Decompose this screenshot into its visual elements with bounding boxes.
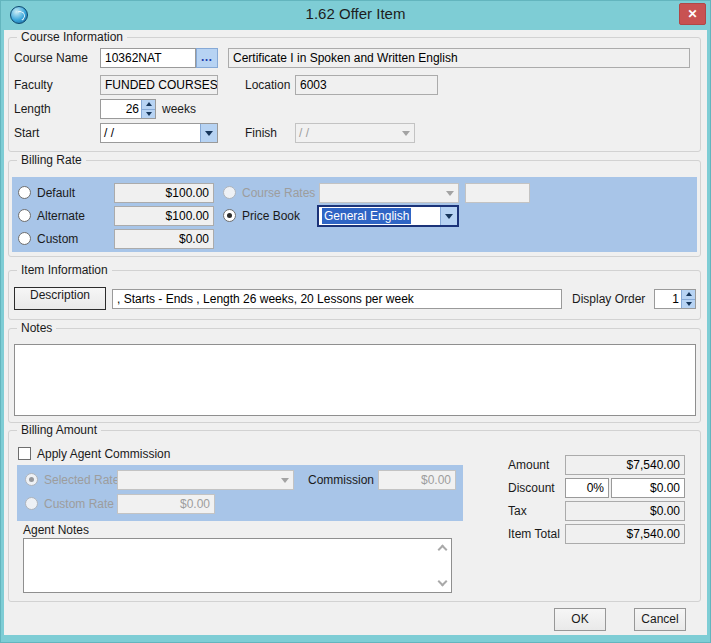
commission-field: $0.00	[378, 470, 456, 490]
apply-agent-commission-checkbox[interactable]	[18, 447, 31, 460]
item-total-field: $7,540.00	[565, 524, 685, 544]
selected-rate-label: Selected Rate	[44, 470, 119, 490]
notes-caption: Notes	[17, 321, 56, 335]
agent-notes-label: Agent Notes	[23, 520, 89, 540]
alternate-rate-label: Alternate	[37, 206, 85, 226]
course-name-input[interactable]: 10362NAT	[100, 48, 196, 68]
start-label: Start	[14, 123, 39, 143]
window-title: 1.62 Offer Item	[0, 5, 711, 22]
apply-agent-commission-label: Apply Agent Commission	[37, 444, 170, 464]
discount-amount-input[interactable]: $0.00	[611, 478, 685, 498]
display-order-value: 1	[655, 290, 681, 308]
dialog-body: Course Information Course Name 10362NAT …	[4, 30, 707, 635]
course-name-label: Course Name	[14, 48, 88, 68]
selected-rate-combo-arrow	[276, 471, 293, 489]
agent-notes-scrollbar[interactable]	[434, 540, 450, 591]
chevron-down-icon	[281, 478, 289, 483]
display-order-spin-down-icon[interactable]	[682, 299, 695, 309]
custom-rate-field: $0.00	[117, 494, 215, 514]
finish-date-combo: / /	[295, 123, 415, 143]
course-rates-combo-arrow	[441, 184, 458, 202]
chevron-down-icon	[402, 131, 410, 136]
item-information-caption: Item Information	[17, 263, 112, 277]
course-information-caption: Course Information	[17, 30, 127, 44]
scroll-down-icon[interactable]	[437, 577, 447, 587]
course-rates-label: Course Rates	[242, 183, 315, 203]
notes-textarea[interactable]	[14, 344, 696, 416]
price-book-combo[interactable]: General English	[317, 205, 459, 227]
selected-rate-value	[118, 471, 276, 489]
course-rates-combo	[319, 183, 459, 203]
default-rate-field: $100.00	[114, 183, 214, 203]
course-rates-combo-value	[320, 184, 441, 202]
faculty-display: FUNDED COURSES	[100, 75, 218, 95]
custom-rate-billing-label: Custom	[37, 229, 78, 249]
finish-combo-arrow	[397, 124, 414, 142]
billing-amount-caption: Billing Amount	[17, 423, 101, 437]
price-book-combo-arrow[interactable]	[440, 207, 457, 225]
default-rate-radio[interactable]	[18, 186, 31, 199]
close-icon[interactable]: ✕	[679, 3, 706, 25]
location-display: 6003	[295, 75, 438, 95]
tax-label: Tax	[508, 501, 527, 521]
discount-label: Discount	[508, 478, 555, 498]
course-rates-radio	[223, 186, 236, 199]
alternate-rate-field: $100.00	[114, 206, 214, 226]
display-order-label: Display Order	[572, 289, 645, 309]
length-spin-down-icon[interactable]	[142, 109, 155, 119]
cancel-button[interactable]: Cancel	[634, 608, 686, 631]
start-combo-arrow[interactable]	[200, 124, 217, 142]
billing-rate-caption: Billing Rate	[17, 153, 86, 167]
amount-field: $7,540.00	[565, 455, 685, 475]
length-value: 26	[101, 100, 141, 118]
display-order-spinner[interactable]: 1	[654, 289, 696, 309]
price-book-value: General English	[322, 208, 411, 224]
finish-label: Finish	[245, 123, 277, 143]
start-date-value: / /	[101, 124, 200, 142]
description-input[interactable]: , Starts - Ends , Length 26 weeks, 20 Le…	[112, 289, 562, 309]
custom-rate-billing-field: $0.00	[114, 229, 214, 249]
course-rates-field	[465, 183, 530, 203]
price-book-radio[interactable]	[223, 209, 236, 222]
chevron-down-icon	[446, 191, 454, 196]
tax-field: $0.00	[565, 501, 685, 521]
item-total-label: Item Total	[508, 524, 560, 544]
price-book-label: Price Book	[242, 206, 300, 226]
offer-item-dialog: 1.62 Offer Item ✕ Course Information Cou…	[0, 0, 711, 643]
ok-button[interactable]: OK	[554, 608, 606, 631]
length-unit-label: weeks	[162, 99, 196, 119]
start-date-combo[interactable]: / /	[100, 123, 218, 143]
chevron-down-icon	[205, 131, 213, 136]
length-spin-up-icon[interactable]	[142, 100, 155, 109]
description-button[interactable]: Description	[14, 287, 106, 310]
commission-label: Commission	[308, 470, 374, 490]
location-label: Location	[245, 75, 290, 95]
discount-percent-input[interactable]: 0%	[565, 478, 609, 498]
finish-date-value: / /	[296, 124, 397, 142]
display-order-spin-up-icon[interactable]	[682, 290, 695, 299]
amount-label: Amount	[508, 455, 549, 475]
course-title-display: Certificate I in Spoken and Written Engl…	[228, 48, 690, 68]
length-spinner[interactable]: 26	[100, 99, 156, 119]
titlebar: 1.62 Offer Item ✕	[0, 0, 711, 30]
agent-notes-textarea[interactable]	[23, 538, 452, 593]
selected-rate-radio	[25, 473, 38, 486]
chevron-down-icon	[445, 214, 453, 219]
course-browse-button[interactable]: …	[196, 48, 218, 68]
scroll-up-icon[interactable]	[437, 545, 447, 555]
custom-rate-radio	[25, 497, 38, 510]
custom-rate-label: Custom Rate	[44, 494, 114, 514]
length-label: Length	[14, 99, 51, 119]
selected-rate-combo	[117, 470, 294, 490]
custom-rate-billing-radio[interactable]	[18, 232, 31, 245]
faculty-label: Faculty	[14, 75, 53, 95]
alternate-rate-radio[interactable]	[18, 209, 31, 222]
default-rate-label: Default	[37, 183, 75, 203]
